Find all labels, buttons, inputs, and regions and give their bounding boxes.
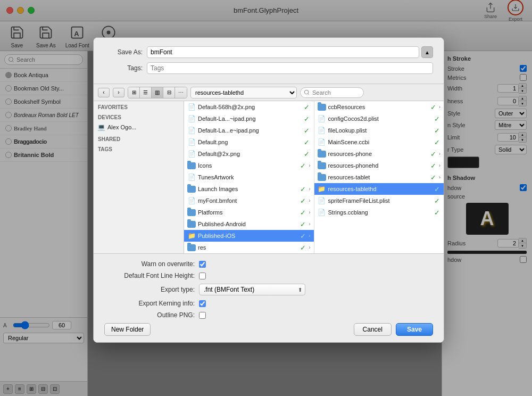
file-icon: 📄 <box>187 114 196 123</box>
list-item[interactable]: 📄 MainScene.ccbi ✓ <box>314 136 444 148</box>
outline-png-checkbox[interactable] <box>199 312 206 319</box>
chevron-right-icon: › <box>309 245 311 250</box>
export-kerning-checkbox[interactable] <box>199 300 206 307</box>
favorites-label: Favorites <box>94 101 184 111</box>
file-name: resources-tablet <box>328 174 428 180</box>
tags-input[interactable] <box>147 62 433 74</box>
list-view-button[interactable]: ☰ <box>140 87 152 98</box>
chevron-right-icon: › <box>309 186 311 192</box>
check-mark: ✓ <box>433 115 440 122</box>
list-item[interactable]: 📁 resources-tablethd ✓ <box>314 183 444 195</box>
list-item[interactable]: 📄 fileLookup.plist ✓ <box>314 125 444 136</box>
view-buttons: ⊞ ☰ ▥ ⊟ ⋯ <box>128 87 187 98</box>
file-name: Default@2x.png <box>198 151 301 157</box>
file-icon: 📄 <box>187 173 196 182</box>
location-select[interactable]: resources-tablethd <box>190 87 297 98</box>
check-mark: ✓ <box>433 197 440 204</box>
coverflow-view-button[interactable]: ⊟ <box>163 87 175 98</box>
file-icon: 📄 <box>318 138 326 146</box>
forward-button[interactable]: › <box>113 88 124 97</box>
chevron-right-icon: › <box>439 151 440 156</box>
default-line-height-row: Default Font Line Height: <box>104 272 433 279</box>
export-type-label: Export type: <box>104 286 195 293</box>
list-item[interactable]: resources-phone ✓ › <box>314 148 444 160</box>
right-file-pane: ccbResources ✓ › 📄 configCocos2d.plist ✓… <box>314 101 444 253</box>
check-mark: ✓ <box>300 232 307 240</box>
browser-search-input[interactable] <box>300 87 364 98</box>
warn-overwrite-checkbox[interactable] <box>199 261 206 268</box>
folder-icon <box>187 186 196 193</box>
column-view-button[interactable]: ▥ <box>152 87 163 98</box>
file-name: Launch Images <box>198 186 297 192</box>
default-line-height-checkbox[interactable] <box>199 273 206 279</box>
list-item[interactable]: res ✓ › <box>184 242 314 253</box>
icon-view-button[interactable]: ⊞ <box>128 87 140 98</box>
file-name: Default.png <box>198 139 301 145</box>
file-name: Platforms <box>198 209 297 216</box>
list-item[interactable]: 💻 Alex Ogo... <box>94 121 184 133</box>
export-type-select[interactable]: .fnt (BMFont Text) .fnt (BMFont Binary) … <box>199 284 305 295</box>
left-sidebar-pane: Favorites Devices 💻 Alex Ogo... Shared T… <box>94 101 184 253</box>
save-as-input[interactable] <box>147 46 419 58</box>
check-mark: ✓ <box>303 127 311 134</box>
folder-icon <box>318 162 326 169</box>
shared-label: Shared <box>94 133 184 143</box>
export-kerning-label: Export Kerning info: <box>104 300 195 307</box>
new-folder-button[interactable]: New Folder <box>104 323 151 336</box>
file-name: resources-tablethd <box>328 186 431 192</box>
list-item[interactable]: Published-Android ✓ › <box>184 218 314 230</box>
file-icon: 📄 <box>187 103 196 111</box>
list-item[interactable]: 📄 myFont.bmfont ✓ › <box>184 195 314 207</box>
file-icon: 📄 <box>318 196 326 205</box>
check-mark: ✓ <box>303 103 311 111</box>
list-item[interactable]: 📁 Published-iOS ✓ › <box>184 230 314 242</box>
dialog-save-button[interactable]: Save <box>396 323 433 336</box>
check-mark: ✓ <box>433 209 440 216</box>
folder-icon <box>318 151 326 158</box>
list-item[interactable]: 📄 configCocos2d.plist ✓ <box>314 113 444 125</box>
check-mark: ✓ <box>433 185 440 193</box>
list-item[interactable]: Icons ✓ › <box>184 160 314 171</box>
folder-icon <box>187 244 196 251</box>
list-item[interactable]: 📄 Default-La...~ipad.png ✓ <box>184 113 314 125</box>
list-item[interactable]: Platforms ✓ › <box>184 207 314 218</box>
file-icon: 📄 <box>187 196 196 205</box>
file-name: MainScene.ccbi <box>328 139 431 145</box>
list-item[interactable]: resources-tablet ✓ › <box>314 171 444 183</box>
dialog-top-form: Save As: ▲ Tags: <box>94 38 444 84</box>
check-mark: ✓ <box>303 150 311 158</box>
list-item[interactable]: Launch Images ✓ › <box>184 183 314 195</box>
list-item[interactable]: 📄 spriteFrameFileList.plist ✓ <box>314 195 444 207</box>
list-item[interactable]: 📄 Default-568h@2x.png ✓ <box>184 101 314 113</box>
tags-form-label: Tags: <box>104 64 143 72</box>
file-icon: 📄 <box>318 208 326 217</box>
list-item[interactable]: 📄 Default.png ✓ <box>184 136 314 148</box>
file-name: spriteFrameFileList.plist <box>328 197 431 204</box>
file-name: Default-La...e~ipad.png <box>198 127 301 134</box>
save-dialog: Save As: ▲ Tags: ‹ › ⊞ ☰ ▥ ⊟ ⋯ <box>93 37 444 343</box>
check-mark: ✓ <box>429 150 437 158</box>
list-item[interactable]: ccbResources ✓ › <box>314 101 444 113</box>
chevron-right-icon: › <box>439 104 440 110</box>
file-icon: 📄 <box>187 138 196 146</box>
file-name: Published-Android <box>198 221 297 227</box>
gallery-view-button[interactable]: ⋯ <box>175 87 187 98</box>
folder-icon <box>187 209 196 216</box>
list-item[interactable]: 📄 TunesArtwork <box>184 171 314 183</box>
chevron-right-icon: › <box>309 210 311 215</box>
file-icon: 📄 <box>187 126 196 135</box>
list-item[interactable]: resources-phonehd ✓ › <box>314 160 444 171</box>
expand-button[interactable]: ▲ <box>421 46 433 58</box>
list-item[interactable]: 📄 Default-La...e~ipad.png ✓ <box>184 125 314 136</box>
outline-png-row: Outline PNG: <box>104 311 433 319</box>
warn-overwrite-row: Warn on overwrite: <box>104 260 433 268</box>
chevron-right-icon: › <box>309 163 311 168</box>
back-button[interactable]: ‹ <box>98 88 110 97</box>
list-item[interactable]: 📄 Strings.ccblang ✓ <box>314 207 444 218</box>
cancel-button[interactable]: Cancel <box>354 323 392 336</box>
chevron-right-icon: › <box>439 175 440 180</box>
list-item[interactable]: 📄 Default@2x.png ✓ <box>184 148 314 160</box>
chevron-right-icon: › <box>439 163 440 168</box>
folder-icon: 📁 <box>318 185 326 193</box>
dialog-actions: New Folder Cancel Save <box>104 323 433 336</box>
